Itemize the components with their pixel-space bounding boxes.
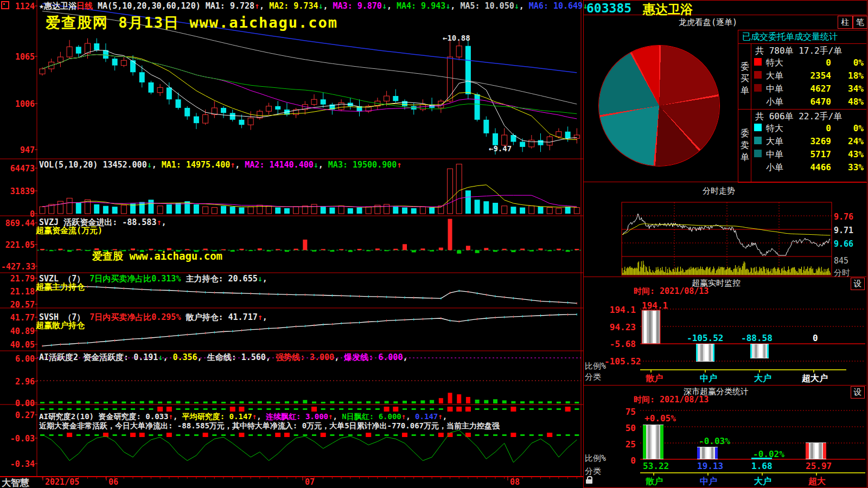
header-part: MA2: 9.734 — [269, 1, 318, 11]
stock-code: 603385 — [586, 1, 631, 15]
szstats-value-label: 53.22 — [643, 461, 669, 471]
axis-label: 31839 — [1, 187, 35, 196]
monitor-bar-label: -88.58 — [741, 333, 773, 343]
header-part: , — [443, 412, 447, 421]
header-part: MA4: 9.943 — [397, 1, 445, 11]
header-part: 爆发线: 6.000 — [344, 352, 403, 362]
header-part: ↓ — [445, 1, 450, 11]
monitor-axis-label: 194.1 — [604, 305, 636, 315]
szstats-category-label: 大户 — [754, 476, 771, 487]
header-part: 0.356 — [173, 352, 197, 362]
monitor-category-label: 大户 — [754, 373, 771, 384]
app-corner-icon — [1, 1, 9, 9]
buy-row-value: 4627 — [793, 84, 831, 94]
header-part: ↓ — [382, 1, 387, 11]
szstats-pct-label: +0.05% — [644, 413, 676, 423]
sell-row-swatch — [754, 150, 762, 157]
header-part: ↓ — [314, 160, 318, 170]
timeline-month-label: 08 — [510, 477, 520, 487]
szstats-value-label: 25.97 — [806, 461, 832, 471]
axis-label: 41.77 — [1, 313, 35, 323]
monitor-settings-button[interactable]: 设 — [851, 278, 865, 290]
stock-name: 惠达卫浴 — [643, 1, 693, 18]
monitor-axis-label: -105.52 — [604, 356, 636, 367]
header-part: AI活跃度2 资金活跃度: 0.191 — [39, 352, 158, 362]
monitor-x-label: 分类 — [585, 372, 601, 382]
buy-row-label: 小单 — [766, 97, 783, 108]
header-part: , — [263, 274, 267, 284]
axis-label: 1065 — [1, 52, 35, 62]
sell-row-value: 4466 — [793, 162, 831, 172]
sell-row-value: 3269 — [793, 136, 831, 146]
header-part: ↑ — [258, 312, 263, 322]
szstats-title: 深市超赢分类统计 — [583, 387, 849, 397]
header-part: VOL(5,10,20) 13452.000 — [39, 160, 147, 170]
axis-label: 40.89 — [1, 326, 35, 336]
sell-row-swatch — [754, 137, 762, 144]
header-part: , — [519, 1, 529, 11]
monitor-bar-label: -105.52 — [687, 333, 723, 343]
ai2-description: 近期大资金非常活跃，今日大单净流出: -88.585万元，其中特大单净流入: 0… — [39, 421, 500, 431]
axis-label: 1006 — [1, 99, 35, 109]
header-part: , — [152, 160, 162, 170]
header-part: ↑ — [254, 1, 259, 11]
header-part: MA2: 14140.400 — [245, 160, 313, 170]
pen-mode-button[interactable]: 笔 — [853, 16, 867, 29]
sell-summary: 共 606单 22.2手/单 — [755, 111, 842, 123]
axis-label: 21.18 — [1, 287, 35, 297]
buy-row-value: 2354 — [793, 70, 831, 81]
header-part: MA3: 19500.900 — [328, 160, 397, 170]
szstats-pct-label: -0.03% — [699, 436, 730, 446]
header-part: 主力持仓: 20.655 — [181, 274, 257, 284]
buy-row-label: 特大 — [766, 57, 783, 69]
axis-label: 221.05 — [1, 240, 35, 250]
sell-row-label: 小单 — [766, 162, 783, 174]
header-part: MA(5,10,20,30,60,120) — [93, 1, 206, 11]
sell-row-pct: 24% — [834, 136, 864, 146]
svzl-subtitle: 超赢主力持仓 — [36, 282, 85, 292]
buy-row-value: 6470 — [793, 97, 831, 107]
header-part: MA6: 10.649 — [529, 1, 583, 11]
trading-terminal: ★惠达卫浴日线 MA(5,10,20,30,60,120) MA1: 9.728… — [0, 0, 868, 488]
szstats-settings-button[interactable]: 设 — [851, 386, 865, 399]
monitor-category-label: 超大户 — [802, 373, 828, 384]
header-part: ★惠达卫浴 — [39, 1, 76, 11]
header-part: , — [403, 352, 407, 362]
timeline-month-label: 07 — [305, 477, 315, 487]
axis-label: 40.05 — [1, 340, 35, 350]
szstats-axis-label: 50 — [613, 423, 636, 433]
stats-title: 已成交委托单成交量统计 — [742, 31, 838, 43]
buy-row-pct: 34% — [834, 84, 864, 94]
header-part: ↑ — [397, 160, 401, 170]
header-part: ↓ — [147, 160, 152, 170]
header-part: , — [257, 412, 266, 421]
axis-label: 6.00 — [1, 354, 35, 364]
axis-label: 20.57 — [1, 300, 35, 310]
intraday-title: 分时走势 — [583, 186, 854, 196]
header-part: ↑ — [252, 412, 257, 421]
axis-label: -0.34 — [1, 459, 35, 469]
axis-label: 0.27 — [1, 410, 35, 420]
buy-row-label: 中单 — [766, 84, 783, 95]
axis-label: 21.79 — [1, 274, 35, 284]
header-part: 连续飘红: 3.000 — [266, 412, 328, 421]
main-chart-header: ★惠达卫浴日线 MA(5,10,20,30,60,120) MA1: 9.728… — [39, 1, 588, 11]
axis-label: 947 — [1, 145, 35, 155]
intraday-x-label: 分时 — [834, 268, 850, 278]
szstats-category-label: 超大 — [808, 476, 826, 487]
szstats-axis-label: 25 — [613, 439, 636, 450]
header-part: , — [323, 1, 333, 11]
szstats-pct-label: -0.02% — [753, 449, 784, 459]
header-part: N日飘红: 6.000 — [342, 412, 401, 421]
monitor-axis-label: 94.23 — [604, 322, 636, 332]
buy-row-pct: 0% — [834, 57, 864, 68]
monitor-category-label: 散户 — [646, 373, 663, 384]
timeline-month-label: 2021/05 — [45, 477, 79, 487]
header-part: AI研究度2(10) 资金研究度: 0.033 — [39, 412, 168, 421]
lock-icon[interactable] — [586, 479, 592, 484]
brand-label: 大智慧 — [2, 477, 29, 488]
header-part: ↑ — [438, 412, 442, 421]
sell-row-pct: 0% — [834, 123, 864, 133]
bar-mode-button[interactable]: 柱 — [838, 16, 853, 29]
header-part: MA3: 9.870 — [333, 1, 382, 11]
